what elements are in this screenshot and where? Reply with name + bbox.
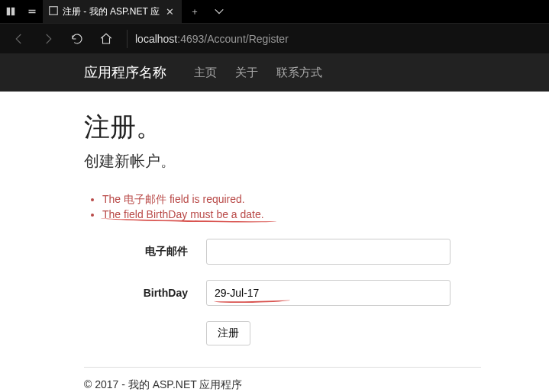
nav-home[interactable]: 主页	[194, 66, 217, 80]
new-tab-button[interactable]: ＋	[182, 0, 207, 23]
tab-actions-icon[interactable]	[207, 0, 231, 23]
separator	[127, 30, 128, 48]
page-heading: 注册。	[84, 110, 458, 145]
url-path: :4693/Account/Register	[177, 33, 289, 45]
email-input[interactable]	[206, 239, 451, 265]
site-nav: 应用程序名称 主页 关于 联系方式	[0, 53, 549, 92]
refresh-button[interactable]	[64, 26, 90, 52]
tab-close-icon[interactable]: ✕	[164, 6, 176, 18]
forward-button	[35, 26, 61, 52]
browser-tab[interactable]: 注册 - 我的 ASP.NET 应 ✕	[43, 0, 182, 23]
validation-error: The 电子邮件 field is required.	[102, 193, 458, 207]
home-button[interactable]	[93, 26, 119, 52]
svg-rect-2	[50, 6, 58, 14]
page-icon	[49, 6, 58, 18]
footer-text: © 2017 - 我的 ASP.NET 应用程序	[84, 378, 458, 392]
svg-rect-1	[29, 12, 36, 14]
nav-contact[interactable]: 联系方式	[276, 66, 322, 80]
nav-about[interactable]: 关于	[235, 66, 258, 80]
reading-view-icon[interactable]	[0, 0, 21, 23]
divider	[84, 367, 481, 368]
pin-icon[interactable]	[21, 0, 43, 23]
back-button	[6, 26, 32, 52]
url-field[interactable]: localhost:4693/Account/Register	[135, 33, 289, 45]
url-host: localhost	[135, 33, 177, 45]
browser-titlebar: 注册 - 我的 ASP.NET 应 ✕ ＋	[0, 0, 549, 23]
browser-address-bar: localhost:4693/Account/Register	[0, 23, 549, 53]
tab-title: 注册 - 我的 ASP.NET 应	[63, 5, 160, 18]
validation-error: The field BirthDay must be a date.	[102, 208, 458, 220]
field-row-birthday: BirthDay	[84, 280, 458, 306]
register-button[interactable]: 注册	[206, 321, 250, 345]
validation-summary: The 电子邮件 field is required. The field Bi…	[102, 193, 458, 220]
svg-rect-0	[29, 10, 36, 11]
brand-link[interactable]: 应用程序名称	[84, 63, 166, 82]
submit-row: 注册	[84, 321, 458, 345]
main-content: 注册。 创建新帐户。 The 电子邮件 field is required. T…	[0, 92, 458, 392]
page-subtitle: 创建新帐户。	[84, 151, 458, 172]
birthday-label: BirthDay	[84, 287, 206, 299]
field-row-email: 电子邮件	[84, 239, 458, 265]
email-label: 电子邮件	[84, 245, 206, 259]
